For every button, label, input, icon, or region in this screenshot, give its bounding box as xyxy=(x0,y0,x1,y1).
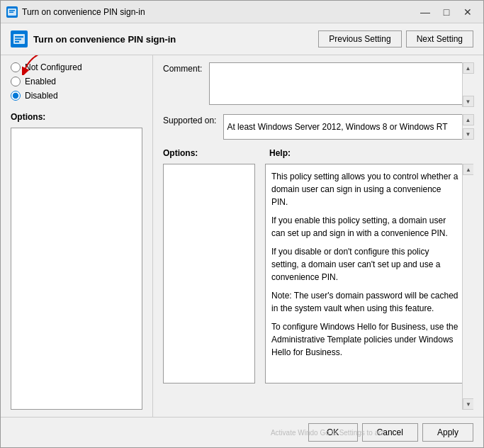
footer: Activate Windo Go to Settings to act OK … xyxy=(1,417,483,447)
help-scrollbar: ▲ ▼ xyxy=(462,164,473,410)
apply-button[interactable]: Apply xyxy=(422,423,473,442)
help-para2: If you enable this policy setting, a dom… xyxy=(271,214,458,240)
help-scroll-up[interactable]: ▲ xyxy=(463,164,473,175)
svg-rect-2 xyxy=(9,11,13,13)
activate-windows-watermark: Activate Windo Go to Settings to act xyxy=(271,428,384,437)
help-para1: This policy setting allows you to contro… xyxy=(271,170,458,208)
options-empty-box xyxy=(11,128,142,410)
supported-section: Supported on: At least Windows Server 20… xyxy=(163,114,473,140)
header-section: Turn on convenience PIN sign-in Previous… xyxy=(1,23,483,55)
comment-scrollbar: ▲ ▼ xyxy=(462,62,473,107)
window-icon xyxy=(6,6,18,18)
comment-section: Comment: ▲ ▼ xyxy=(163,62,473,107)
radio-group: Not Configured Enabled Disabled xyxy=(11,62,142,101)
header-title: Turn on convenience PIN sign-in xyxy=(33,34,176,45)
radio-enabled[interactable]: Enabled xyxy=(11,77,142,86)
options-content-box xyxy=(163,164,255,383)
svg-rect-6 xyxy=(15,41,19,43)
comment-scroll-up[interactable]: ▲ xyxy=(463,62,474,74)
help-para5: To configure Windows Hello for Business,… xyxy=(271,320,458,359)
header-icon xyxy=(11,30,28,47)
radio-enabled-input[interactable] xyxy=(11,77,21,86)
next-setting-button[interactable]: Next Setting xyxy=(406,30,473,47)
supported-scroll-down[interactable]: ▼ xyxy=(463,128,474,140)
radio-disabled-input[interactable] xyxy=(11,91,21,101)
left-panel: Not Configured Enabled Disabled xyxy=(1,55,153,417)
sections-header-row: Options: Help: xyxy=(163,148,473,158)
titlebar-controls: — □ ✕ xyxy=(415,4,478,20)
options-section-header: Options: xyxy=(163,148,255,158)
comment-textarea[interactable] xyxy=(209,62,473,105)
right-panel: Comment: ▲ ▼ Supported on: At least Wind… xyxy=(153,55,483,417)
radio-not-configured-label: Not Configured xyxy=(25,62,82,72)
radio-enabled-label: Enabled xyxy=(25,77,56,86)
help-para4: Note: The user's domain password will be… xyxy=(271,289,458,315)
supported-scrollbar: ▲ ▼ xyxy=(462,114,473,140)
help-section-header: Help: xyxy=(269,148,291,158)
radio-not-configured-input[interactable] xyxy=(11,62,21,72)
radio-disabled-label: Disabled xyxy=(25,91,58,101)
close-button[interactable]: ✕ xyxy=(458,4,478,20)
previous-setting-button[interactable]: Previous Setting xyxy=(318,30,401,47)
svg-rect-5 xyxy=(15,39,21,40)
header-left: Turn on convenience PIN sign-in xyxy=(11,30,176,47)
supported-label: Supported on: xyxy=(163,114,216,125)
comment-scroll-down[interactable]: ▼ xyxy=(463,96,474,107)
help-options-content: This policy setting allows you to contro… xyxy=(163,164,473,410)
maximize-button[interactable]: □ xyxy=(437,4,456,20)
svg-rect-1 xyxy=(9,10,15,11)
title-bar: Turn on convenience PIN sign-in — □ ✕ xyxy=(1,1,483,23)
help-text-box: This policy setting allows you to contro… xyxy=(265,164,473,383)
supported-box-wrapper: At least Windows Server 2012, Windows 8 … xyxy=(223,114,473,140)
radio-not-configured[interactable]: Not Configured xyxy=(11,62,142,72)
help-scroll-down[interactable]: ▼ xyxy=(463,398,473,410)
svg-rect-4 xyxy=(15,36,23,38)
options-label: Options: xyxy=(11,112,142,122)
supported-value: At least Windows Server 2012, Windows 8 … xyxy=(223,114,473,140)
title-bar-left: Turn on convenience PIN sign-in xyxy=(6,6,145,18)
comment-label: Comment: xyxy=(163,62,202,107)
header-buttons: Previous Setting Next Setting xyxy=(318,30,473,47)
help-section: This policy setting allows you to contro… xyxy=(265,164,473,410)
main-content: Not Configured Enabled Disabled xyxy=(1,55,483,417)
window-title: Turn on convenience PIN sign-in xyxy=(22,7,145,17)
comment-box-wrapper: ▲ ▼ xyxy=(209,62,473,107)
help-para3: If you disable or don't configure this p… xyxy=(271,245,458,284)
radio-disabled[interactable]: Disabled xyxy=(11,91,142,101)
minimize-button[interactable]: — xyxy=(415,4,435,20)
main-window: Turn on convenience PIN sign-in — □ ✕ Tu… xyxy=(0,0,484,448)
supported-scroll-up[interactable]: ▲ xyxy=(463,114,474,125)
